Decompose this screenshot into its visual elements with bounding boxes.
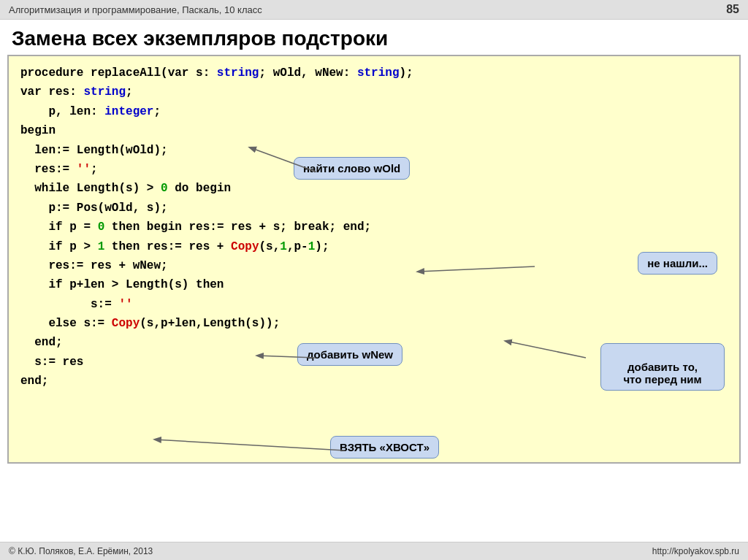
page-number: 85 bbox=[726, 3, 739, 16]
bubble-dobavit-to: добавить то, что перед ним bbox=[600, 343, 725, 391]
code-line-12: if p+len > Length(s) then bbox=[20, 275, 728, 294]
code-line-4: begin bbox=[20, 121, 728, 140]
bubble-ne-nashli: не нашли... bbox=[638, 252, 717, 275]
code-line-11: res:= res + wNew; bbox=[20, 256, 728, 275]
footer-right: http://kpolyakov.spb.ru bbox=[652, 546, 739, 556]
code-line-13: s:= '' bbox=[20, 295, 728, 314]
code-line-9: if p = 0 then begin res:= res + s; break… bbox=[20, 218, 728, 237]
code-line-8: p:= Pos(wOld, s); bbox=[20, 199, 728, 218]
top-bar: Алгоритмизация и программирование, Паска… bbox=[0, 0, 748, 20]
code-line-2: var res: string; bbox=[20, 83, 728, 101]
header-title: Алгоритмизация и программирование, Паска… bbox=[9, 4, 262, 15]
code-line-1: procedure replaceAll(var s: string; wOld… bbox=[20, 64, 728, 83]
code-line-3: p, len: integer; bbox=[20, 102, 728, 121]
code-container: procedure replaceAll(var s: string; wOld… bbox=[7, 55, 741, 464]
bubble-vzyat: ВЗЯТЬ «ХВОСТ» bbox=[330, 436, 439, 459]
code-line-14: else s:= Copy(s,p+len,Length(s)); bbox=[20, 314, 728, 333]
bubble-nayti: найти слово wOld bbox=[294, 157, 410, 180]
page-title: Замена всех экземпляров подстроки bbox=[0, 20, 748, 55]
footer: © К.Ю. Поляков, Е.А. Ерёмин, 2013 http:/… bbox=[0, 542, 748, 560]
code-block: procedure replaceAll(var s: string; wOld… bbox=[20, 64, 728, 391]
code-line-7: while Length(s) > 0 do begin bbox=[20, 179, 728, 198]
code-line-10: if p > 1 then res:= res + Copy(s,1,p-1); bbox=[20, 237, 728, 256]
bubble-dobavit-wnew: добавить wNew bbox=[297, 343, 402, 366]
footer-left: © К.Ю. Поляков, Е.А. Ерёмин, 2013 bbox=[9, 546, 153, 556]
svg-line-4 bbox=[155, 440, 345, 450]
